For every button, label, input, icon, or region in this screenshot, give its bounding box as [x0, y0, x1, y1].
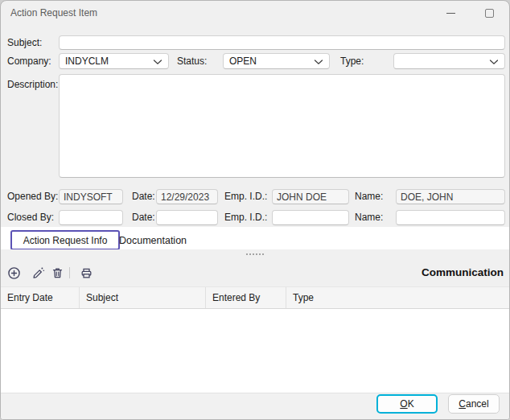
trash-icon	[51, 266, 64, 280]
column-header-entered-by[interactable]: Entered By	[206, 287, 286, 308]
type-label: Type:	[340, 56, 364, 68]
maximize-icon	[485, 9, 494, 18]
communication-grid-body[interactable]	[1, 309, 510, 393]
chevron-down-icon	[314, 60, 323, 65]
toolbar-separator	[69, 267, 70, 278]
tab-label: Action Request Info	[23, 235, 108, 246]
column-header-subject[interactable]: Subject	[80, 287, 206, 308]
subject-input[interactable]	[59, 35, 505, 50]
opened-by-input[interactable]	[59, 189, 123, 204]
closed-date-input[interactable]	[156, 210, 218, 225]
closed-date-label: Date:	[132, 212, 155, 224]
description-label: Description:	[7, 79, 58, 91]
status-value: OPEN	[229, 56, 257, 67]
closed-by-input[interactable]	[59, 210, 123, 225]
subject-label: Subject:	[7, 37, 42, 49]
cancel-button-label: Cancel	[459, 398, 488, 410]
type-select[interactable]	[393, 53, 505, 69]
opened-date-label: Date:	[132, 191, 155, 203]
closed-emp-id-input[interactable]	[272, 210, 349, 225]
company-value: INDYCLM	[65, 56, 109, 67]
chevron-down-icon	[153, 60, 162, 65]
window-title: Action Request Item	[10, 7, 97, 19]
company-label: Company:	[7, 56, 51, 68]
column-header-type[interactable]: Type	[286, 287, 510, 308]
edit-button[interactable]	[30, 265, 46, 281]
column-header-entry-date[interactable]: Entry Date	[1, 287, 80, 308]
add-icon	[7, 266, 21, 280]
maximize-button[interactable]	[479, 4, 500, 22]
status-label: Status:	[177, 56, 207, 68]
edit-icon	[31, 266, 45, 280]
closed-emp-id-label: Emp. I.D.:	[224, 212, 267, 224]
cancel-button[interactable]: Cancel	[448, 394, 500, 414]
action-request-item-dialog: Action Request Item Subject: Company: IN…	[0, 0, 510, 420]
minimize-icon	[446, 13, 455, 14]
delete-button[interactable]	[49, 265, 65, 281]
communication-heading: Communication	[422, 266, 504, 278]
chevron-down-icon	[489, 60, 499, 65]
opened-by-label: Opened By:	[7, 191, 58, 203]
closed-by-label: Closed By:	[7, 212, 54, 224]
tab-documentation[interactable]: Documentation	[116, 230, 190, 250]
minimize-button[interactable]	[440, 4, 461, 22]
grid-header-row: Entry Date Subject Entered By Type	[1, 286, 510, 309]
print-button[interactable]	[78, 265, 94, 281]
description-textarea[interactable]	[59, 74, 505, 178]
status-select[interactable]: OPEN	[223, 53, 330, 69]
company-select[interactable]: INDYCLM	[59, 53, 169, 69]
opened-name-input[interactable]	[396, 189, 505, 204]
ok-button[interactable]: OK	[376, 394, 438, 414]
opened-emp-id-label: Emp. I.D.:	[224, 191, 267, 203]
closed-name-label: Name:	[355, 212, 383, 224]
tab-label: Documentation	[119, 235, 187, 246]
tab-action-request-info[interactable]: Action Request Info	[10, 230, 120, 250]
add-button[interactable]	[6, 265, 22, 281]
opened-date-input[interactable]	[156, 189, 218, 204]
opened-name-label: Name:	[355, 191, 383, 203]
closed-name-input[interactable]	[396, 210, 505, 225]
ok-button-label: OK	[400, 398, 413, 410]
splitter-grip-handle[interactable]	[246, 251, 264, 257]
print-icon	[80, 266, 93, 280]
opened-emp-id-input[interactable]	[272, 189, 349, 204]
